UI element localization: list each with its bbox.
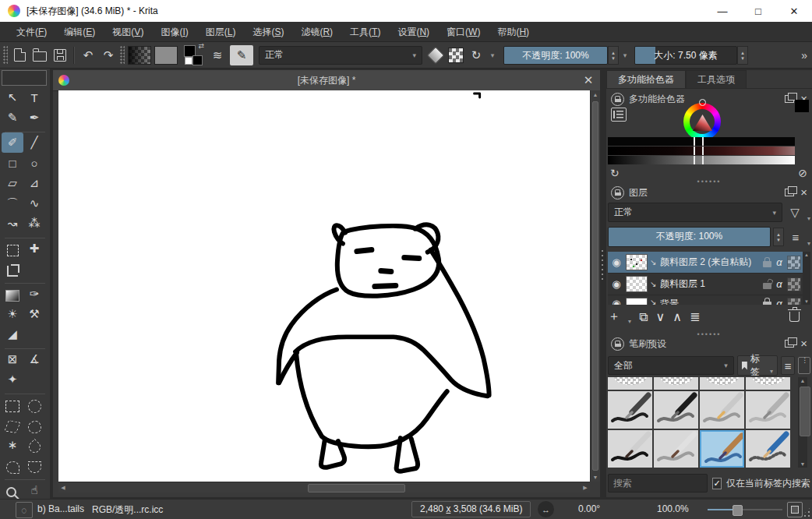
menu-item-layer[interactable]: 图层(L): [197, 22, 245, 42]
layer-alpha-icon[interactable]: α: [774, 278, 785, 290]
close-button[interactable]: ✕: [776, 0, 812, 22]
brush-preset-pencil-blue[interactable]: [746, 430, 790, 468]
docker-lock-icon[interactable]: [611, 93, 624, 106]
layer-inherit-alpha-icon[interactable]: [787, 298, 801, 305]
move-layer-up-button[interactable]: ∧: [673, 309, 682, 324]
add-layer-button[interactable]: ＋: [608, 309, 620, 325]
brush-tag-filter-dropdown[interactable]: 全部 ▾: [608, 356, 734, 375]
current-color-swatch[interactable]: [795, 100, 809, 112]
tool-transform[interactable]: [2, 238, 23, 259]
color-wheel-handle[interactable]: [699, 99, 706, 106]
search-in-tag-checkbox[interactable]: ✓: [712, 478, 722, 489]
scroll-up-icon[interactable]: ▲: [591, 92, 600, 97]
menu-item-view[interactable]: 视图(V): [104, 22, 152, 42]
tool-poly-select[interactable]: [2, 415, 23, 435]
tool-pan[interactable]: ☝: [23, 480, 45, 500]
opacity-spinner[interactable]: ▴▾: [608, 46, 619, 65]
tool-fill[interactable]: ◢: [2, 324, 23, 344]
preserve-alpha-button[interactable]: [446, 45, 466, 65]
layer-thumbnail[interactable]: [626, 276, 648, 292]
layer-lock-icon[interactable]: [763, 302, 771, 305]
brush-preset-eraser-partial[interactable]: [746, 377, 790, 390]
swap-colors-icon[interactable]: ⇄: [198, 42, 204, 50]
blending-mode-dropdown[interactable]: 正常 ▾: [259, 46, 422, 65]
tool-rect-select[interactable]: [2, 394, 23, 415]
tag-button[interactable]: 标签 ▾: [737, 355, 778, 376]
add-layer-options-arrow[interactable]: ▾: [628, 318, 631, 325]
zoom-slider[interactable]: [708, 509, 782, 510]
brush-editor-button[interactable]: ✎: [230, 45, 253, 65]
tab-advanced-color-selector[interactable]: 多功能拾色器: [606, 70, 686, 88]
brush-preset-eraser-partial[interactable]: [700, 377, 744, 390]
layer-list-scrollbar[interactable]: ▲ ▼: [803, 252, 810, 305]
layer-lock-icon[interactable]: [763, 283, 771, 289]
docker-lock-icon[interactable]: [611, 337, 624, 351]
layer-opacity-slider[interactable]: 不透明度: 100%: [608, 227, 771, 247]
menu-item-help[interactable]: 帮助(H): [489, 22, 538, 42]
scroll-down-icon[interactable]: ▼: [798, 461, 807, 467]
tool-crop[interactable]: [2, 259, 23, 279]
spin-down-icon[interactable]: ▾: [741, 55, 744, 61]
new-file-button[interactable]: [9, 45, 30, 65]
menu-item-window[interactable]: 窗口(W): [438, 22, 489, 42]
tool-dynamic-brush[interactable]: ↝: [2, 214, 23, 234]
delete-layer-button[interactable]: [789, 312, 800, 322]
float-docker-icon[interactable]: [785, 340, 794, 348]
brush-preset-pen-white[interactable]: [700, 391, 744, 429]
tool-calligraphy[interactable]: ✒: [23, 108, 45, 128]
scroll-left-icon[interactable]: ◀: [58, 482, 68, 493]
menu-item-select[interactable]: 选择(S): [244, 22, 292, 42]
layer-blending-mode-dropdown[interactable]: 正常 ▾: [608, 203, 782, 222]
tool-measure[interactable]: ∡: [23, 349, 45, 369]
tool-assistants[interactable]: ✦: [2, 369, 23, 390]
menu-item-edit[interactable]: 编辑(E): [55, 22, 104, 42]
color-bar-value[interactable]: [608, 137, 795, 146]
opacity-options-arrow[interactable]: ▾: [619, 46, 631, 65]
menu-item-tools[interactable]: 工具(T): [341, 22, 389, 42]
layer-visibility-icon[interactable]: ◉: [609, 256, 623, 268]
color-bar-handle[interactable]: [694, 156, 704, 164]
redo-button[interactable]: ↷: [98, 45, 118, 65]
tool-smart-patch[interactable]: ⚒: [23, 304, 45, 324]
color-bar-handle[interactable]: [694, 137, 704, 146]
tool-similar-select[interactable]: ∗: [2, 435, 23, 455]
spin-down-icon[interactable]: ▾: [612, 55, 615, 61]
layer-row-background[interactable]: ◉ ↘ 背景 α: [608, 295, 803, 305]
background-color-swatch[interactable]: [185, 57, 192, 65]
canvas-angle-value[interactable]: 0.00°: [578, 503, 600, 514]
minimize-button[interactable]: —: [704, 0, 740, 22]
layer-row-paint-layer-1[interactable]: ◉ ↘ 颜料图层 1 α: [608, 274, 803, 295]
size-spinner[interactable]: ▴▾: [737, 46, 748, 65]
tool-lasso-select[interactable]: [23, 415, 45, 435]
tool-ellipse-select[interactable]: [23, 394, 45, 415]
duplicate-layer-button[interactable]: ⧉: [639, 310, 648, 324]
layer-name[interactable]: 颜料图层 1: [660, 277, 761, 291]
tool-line[interactable]: ╱: [23, 132, 45, 153]
layer-inherit-alpha-icon[interactable]: [787, 256, 801, 270]
layer-visibility-icon[interactable]: ◉: [609, 278, 623, 290]
undo-button[interactable]: ↶: [78, 45, 98, 65]
gradient-chooser-button[interactable]: [128, 46, 151, 65]
tool-color-sampler[interactable]: ✑: [23, 284, 45, 304]
layer-inherit-alpha-icon[interactable]: [787, 277, 801, 291]
tab-tool-options[interactable]: 工具选项: [686, 70, 747, 88]
zoom-slider-handle[interactable]: [733, 505, 743, 516]
layer-filter-button[interactable]: ▽: [786, 206, 804, 220]
brush-preset-pen-dark[interactable]: [608, 391, 652, 429]
scroll-up-icon[interactable]: ▲: [803, 252, 810, 257]
color-history-refresh-icon[interactable]: ↻: [610, 167, 620, 179]
color-blocked-icon[interactable]: ⊘: [798, 167, 807, 179]
image-size-label[interactable]: 2,480 x 3,508 (34.6 MiB): [411, 501, 531, 517]
canvas-vertical-scrollbar[interactable]: ▲ ▼: [590, 90, 600, 482]
tool-colorize-mask[interactable]: ☀: [2, 304, 23, 324]
vertical-scroll-thumb[interactable]: [592, 101, 598, 471]
brush-presets-header[interactable]: 笔刷预设 ×: [606, 335, 812, 352]
tool-edit-shapes[interactable]: ✎: [2, 108, 23, 128]
close-docker-icon[interactable]: ×: [800, 189, 807, 196]
spin-up-icon[interactable]: ▴: [612, 50, 615, 55]
docker-splitter-handle[interactable]: [601, 249, 604, 281]
layer-row-paint-layer-2[interactable]: ◉ ↘ 颜料图层 2 (来自粘贴) α: [608, 252, 803, 274]
color-bar-lightness[interactable]: [608, 156, 795, 164]
toolbar-drag-handle[interactable]: [120, 46, 125, 65]
tool-zoom[interactable]: [2, 480, 23, 500]
